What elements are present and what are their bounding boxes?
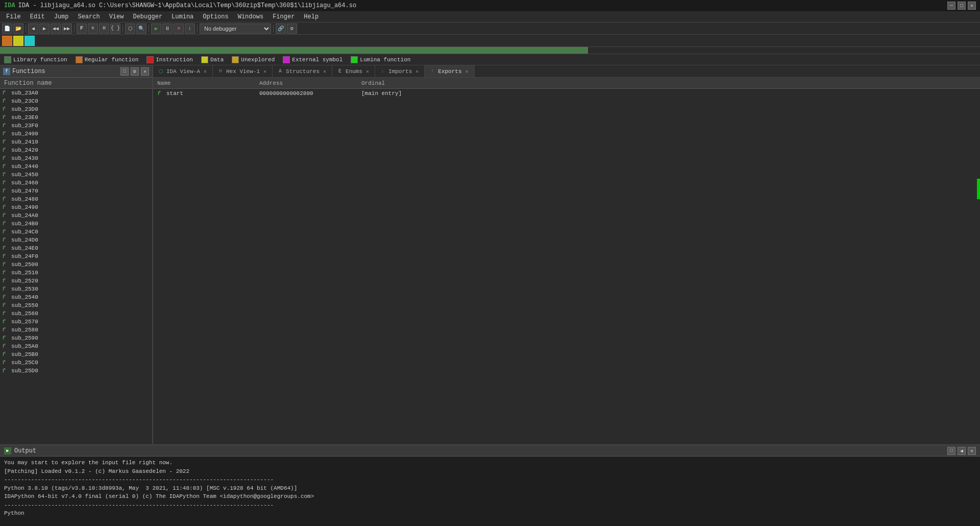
output-float-btn[interactable]: □: [947, 447, 955, 455]
function-item[interactable]: fsub_23E0: [0, 113, 152, 122]
function-item[interactable]: fsub_2510: [0, 269, 152, 277]
back-button[interactable]: ◀: [28, 23, 38, 34]
tab-exports-close[interactable]: ✕: [464, 68, 470, 75]
function-item[interactable]: fsub_25D0: [0, 367, 152, 375]
code-button[interactable]: { }: [110, 23, 120, 34]
function-name: sub_24B0: [11, 221, 38, 227]
debugger-select[interactable]: No debugger: [200, 23, 271, 34]
function-item[interactable]: fsub_2410: [0, 138, 152, 146]
menu-windows[interactable]: Windows: [234, 12, 267, 21]
function-item[interactable]: fsub_2480: [0, 195, 152, 203]
forward-button[interactable]: ▶: [39, 23, 50, 34]
cyan-btn[interactable]: [24, 36, 35, 46]
separator-3: [122, 25, 123, 33]
function-item[interactable]: fsub_2460: [0, 179, 152, 187]
tab-ida-close[interactable]: ✕: [202, 68, 208, 75]
function-item[interactable]: fsub_2530: [0, 285, 152, 293]
list-button[interactable]: ≡: [88, 23, 98, 34]
menu-file[interactable]: File: [2, 12, 25, 21]
function-item[interactable]: fsub_23D0: [0, 105, 152, 113]
function-item[interactable]: fsub_24F0: [0, 252, 152, 260]
hex-button[interactable]: H: [99, 23, 109, 34]
yellow-btn[interactable]: [13, 36, 23, 46]
output-back-btn[interactable]: ◀: [958, 447, 966, 455]
function-item[interactable]: fsub_2550: [0, 301, 152, 309]
tab-imports[interactable]: ↓ Imports ✕: [375, 65, 425, 77]
orange-btn[interactable]: [2, 36, 12, 46]
function-item[interactable]: fsub_2420: [0, 146, 152, 154]
function-item[interactable]: fsub_25C0: [0, 358, 152, 367]
pause-button[interactable]: ⏸: [162, 23, 173, 34]
function-icon: f: [2, 90, 9, 96]
options2-button[interactable]: ⚙: [287, 23, 297, 34]
function-icon: f: [2, 155, 9, 161]
function-item[interactable]: fsub_25B0: [0, 350, 152, 358]
function-item[interactable]: fsub_24A0: [0, 211, 152, 220]
function-item[interactable]: fsub_25A0: [0, 342, 152, 350]
function-item[interactable]: fsub_2490: [0, 203, 152, 211]
function-item[interactable]: fsub_2430: [0, 154, 152, 162]
exports-row[interactable]: f start 0000000000002800 [main entry]: [153, 89, 980, 98]
function-icon: f: [2, 294, 9, 300]
functions-float-btn[interactable]: □: [120, 67, 129, 76]
tab-hex-view-1[interactable]: H Hex View-1 ✕: [213, 65, 273, 77]
menu-options[interactable]: Options: [199, 12, 232, 21]
menu-edit[interactable]: Edit: [26, 12, 49, 21]
step-button[interactable]: ↓: [185, 23, 195, 34]
legend-regular-function: Regular function: [76, 56, 139, 63]
function-item[interactable]: fsub_2500: [0, 260, 152, 269]
tab-enums-close[interactable]: ✕: [364, 68, 371, 75]
function-item[interactable]: fsub_2570: [0, 318, 152, 326]
function-item[interactable]: fsub_24D0: [0, 236, 152, 244]
back2-button[interactable]: ◀◀: [51, 23, 61, 34]
menu-help[interactable]: Help: [300, 12, 323, 21]
function-item[interactable]: fsub_2520: [0, 277, 152, 285]
function-item[interactable]: fsub_24E0: [0, 244, 152, 252]
functions-settings-btn[interactable]: ⚙: [131, 67, 139, 76]
functions-close-btn[interactable]: ✕: [141, 67, 149, 76]
tab-imports-close[interactable]: ✕: [414, 68, 420, 75]
function-item[interactable]: fsub_23C0: [0, 97, 152, 105]
open-button[interactable]: 📂: [13, 23, 23, 34]
function-item[interactable]: fsub_2470: [0, 187, 152, 195]
forward2-button[interactable]: ▶▶: [62, 23, 72, 34]
function-icon: f: [2, 196, 9, 202]
tab-exports[interactable]: ↑ Exports ✕: [425, 65, 474, 77]
menu-search[interactable]: Search: [74, 12, 104, 21]
function-item[interactable]: fsub_23F0: [0, 122, 152, 130]
functions-list[interactable]: fsub_23A0fsub_23C0fsub_23D0fsub_23E0fsub…: [0, 89, 152, 444]
function-item[interactable]: fsub_2560: [0, 309, 152, 318]
zoom-button[interactable]: 🔍: [136, 23, 146, 34]
export-ordinal-cell: [main entry]: [361, 90, 463, 97]
function-item[interactable]: fsub_2540: [0, 293, 152, 301]
function-item[interactable]: fsub_2400: [0, 130, 152, 138]
tab-structures[interactable]: A Structures ✕: [273, 65, 332, 77]
menu-lumina[interactable]: Lumina: [167, 12, 198, 21]
play-button[interactable]: ▶: [151, 23, 161, 34]
function-item[interactable]: fsub_23A0: [0, 89, 152, 97]
minimize-button[interactable]: ─: [947, 2, 955, 10]
menu-debugger[interactable]: Debugger: [129, 12, 166, 21]
menu-view[interactable]: View: [105, 12, 128, 21]
maximize-button[interactable]: □: [958, 2, 966, 10]
function-item[interactable]: fsub_2440: [0, 162, 152, 171]
menu-finger[interactable]: Finger: [268, 12, 299, 21]
tab-structures-close[interactable]: ✕: [322, 68, 328, 75]
graph-button[interactable]: ⬡: [125, 23, 135, 34]
function-item[interactable]: fsub_2450: [0, 171, 152, 179]
tab-ida-view-a[interactable]: ⬡ IDA View-A ✕: [153, 65, 213, 77]
function-item[interactable]: fsub_2590: [0, 334, 152, 342]
close-button[interactable]: ✕: [968, 2, 976, 10]
font-button[interactable]: F: [77, 23, 87, 34]
function-item[interactable]: fsub_2580: [0, 326, 152, 334]
attach-button[interactable]: 🔗: [276, 23, 286, 34]
stop-button[interactable]: ■: [174, 23, 184, 34]
output-close-btn[interactable]: ✕: [968, 447, 976, 455]
menu-jump[interactable]: Jump: [50, 12, 73, 21]
new-button[interactable]: 📄: [2, 23, 12, 34]
function-icon: f: [2, 237, 9, 243]
tab-enums[interactable]: E Enums ✕: [332, 65, 375, 77]
function-item[interactable]: fsub_24B0: [0, 220, 152, 228]
function-item[interactable]: fsub_24C0: [0, 228, 152, 236]
tab-hex-close[interactable]: ✕: [262, 68, 268, 75]
